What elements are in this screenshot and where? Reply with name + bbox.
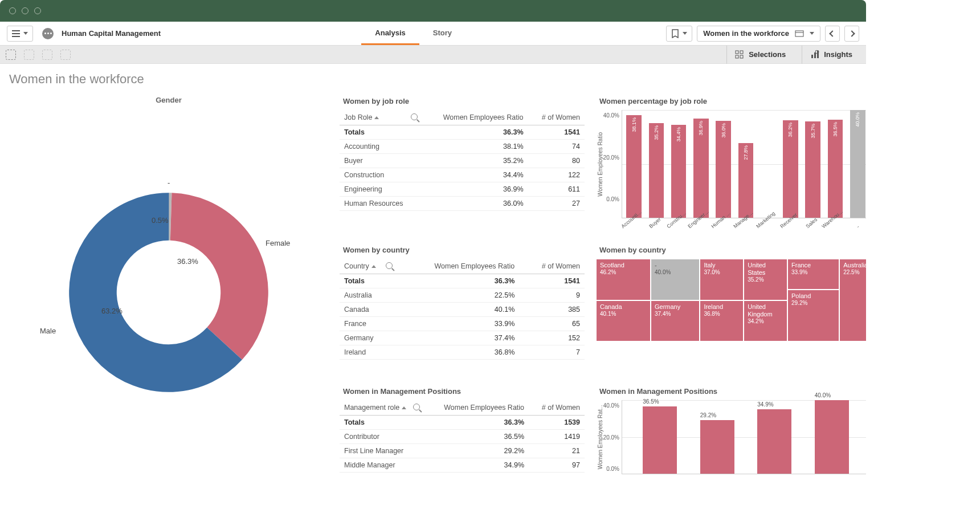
window-min-dot[interactable] — [22, 7, 28, 14]
search-icon[interactable] — [386, 262, 393, 269]
search-icon[interactable] — [411, 113, 418, 120]
table-totals-row: Totals36.3%1539 — [340, 416, 585, 430]
bar[interactable]: 36.2% Receiver — [781, 110, 800, 218]
sort-asc-icon — [374, 116, 379, 119]
panel-title: Women by country — [596, 245, 866, 259]
treemap-cell[interactable]: Canada40.1% — [596, 300, 651, 342]
treemap-cell[interactable]: United Kingdom34.2% — [744, 300, 787, 342]
table-row[interactable]: Construction34.4%122 — [340, 168, 585, 182]
selections-label: Selections — [749, 50, 786, 59]
svg-rect-5 — [740, 55, 743, 58]
bookmarks-button[interactable] — [666, 26, 692, 42]
women-by-country-treemap-panel[interactable]: Women by country Scotland46.2%-40.0%Ital… — [596, 245, 866, 382]
tab-analysis[interactable]: Analysis — [361, 22, 419, 45]
app-top-bar: Human Capital Management Analysis Story … — [0, 22, 866, 46]
col-country[interactable]: Country — [340, 259, 396, 274]
window-close-dot[interactable] — [9, 7, 16, 14]
col-job-role[interactable]: Job Role — [340, 110, 421, 125]
table-row[interactable]: Australia22.5%9 — [340, 288, 585, 303]
window-chrome — [0, 0, 866, 22]
table-row[interactable]: Middle Manager34.9%97 — [340, 458, 585, 473]
bar[interactable]: 36.5% — [638, 400, 682, 474]
panel-title: Women percentage by job role — [596, 96, 866, 110]
women-by-job-role-table: Job Role Women Employees Ratio # of Wome… — [340, 110, 585, 211]
panel-title: Women in Management Positions — [340, 386, 585, 400]
treemap-cell[interactable]: Scotland46.2% — [596, 259, 651, 300]
col-ratio[interactable]: Women Employees Ratio — [421, 110, 528, 125]
col-mgmt-role[interactable]: Management role — [340, 400, 423, 416]
caret-down-icon — [683, 32, 687, 35]
donut-svg — [60, 184, 277, 401]
bar[interactable]: 36.9% Engineer… — [692, 110, 710, 218]
sheet-name: Women in the workforce — [703, 29, 789, 38]
bar[interactable]: 0.0% Marketing — [759, 110, 778, 218]
insights-icon — [810, 50, 819, 59]
col-count[interactable]: # of Women — [519, 259, 585, 274]
bar[interactable]: 27.8% Manage… — [736, 110, 755, 218]
smart-search-icon[interactable] — [6, 50, 16, 60]
step-back-icon[interactable] — [24, 50, 34, 60]
col-ratio[interactable]: Women Employees Ratio — [423, 400, 529, 416]
table-totals-row: Totals36.3%1541 — [340, 125, 585, 140]
selections-tool-button[interactable]: Selections — [726, 46, 794, 64]
y-axis-label: Women Employees Rat... — [596, 405, 605, 469]
bar[interactable]: 36.0% Human … — [714, 110, 733, 218]
women-by-country-table-panel[interactable]: Women by country Country Women Employees… — [340, 245, 585, 382]
women-mgmt-table: Management role Women Employees Ratio # … — [340, 400, 585, 473]
table-row[interactable]: Germany37.4%152 — [340, 331, 585, 345]
col-count[interactable]: # of Women — [529, 400, 585, 416]
bar[interactable]: 34.9% — [753, 400, 797, 474]
table-row[interactable]: Human Resources36.0%27 — [340, 197, 585, 211]
pct-by-job-role-chart-panel[interactable]: Women percentage by job role Women Emplo… — [596, 96, 866, 241]
treemap-cell[interactable]: France33.9% — [787, 259, 839, 290]
bar[interactable]: 35.2% Buyer — [647, 110, 665, 218]
bar[interactable]: 40.0% - — [848, 110, 866, 218]
next-sheet-button[interactable] — [844, 26, 859, 42]
global-nav-button[interactable] — [7, 26, 33, 42]
treemap-cell[interactable]: Italy37.0% — [700, 259, 744, 300]
treemap-cell[interactable]: Germany37.4% — [651, 300, 700, 342]
table-row[interactable]: Buyer35.2%80 — [340, 154, 585, 168]
bar[interactable]: 35.7% Sales — [803, 110, 822, 218]
table-row[interactable]: Contributor36.5%1419 — [340, 430, 585, 444]
pct-by-job-role-chart: Women Employees Ratio 40.0% 20.0% 0.0% 3… — [596, 110, 866, 218]
table-row[interactable]: France33.9%65 — [340, 317, 585, 331]
women-by-job-role-table-panel[interactable]: Women by job role Job Role Women Employe… — [340, 96, 585, 241]
search-icon[interactable] — [413, 404, 420, 410]
tab-story[interactable]: Story — [419, 22, 466, 45]
col-count[interactable]: # of Women — [528, 110, 585, 125]
table-row[interactable]: Ireland36.8%7 — [340, 345, 585, 360]
donut-pct-other: 0.5% — [152, 216, 169, 225]
page-title: Women in the workforce — [9, 72, 857, 87]
women-mgmt-table-panel[interactable]: Women in Management Positions Management… — [340, 386, 585, 497]
country-treemap: Scotland46.2%-40.0%Italy37.0%United Stat… — [596, 259, 866, 341]
clear-all-icon[interactable] — [60, 50, 71, 60]
prev-sheet-button[interactable] — [825, 26, 840, 42]
col-ratio[interactable]: Women Employees Ratio — [396, 259, 519, 274]
bar[interactable]: 36.5% Warehou… — [826, 110, 844, 218]
sheet-selector[interactable]: Women in the workforce — [697, 26, 820, 42]
gender-donut-panel[interactable]: Gender 0.5% 36.3% 63.2% Male Female - — [9, 96, 328, 497]
step-forward-icon[interactable] — [42, 50, 52, 60]
treemap-cell[interactable]: Australia22.5% — [839, 259, 866, 341]
table-row[interactable]: Engineering36.9%611 — [340, 182, 585, 197]
bookmark-icon — [671, 29, 679, 38]
table-row[interactable]: Accounting38.1%74 — [340, 140, 585, 154]
treemap-cell[interactable]: -40.0% — [651, 259, 700, 300]
bar[interactable]: 34.4% Constru… — [669, 110, 688, 218]
bar[interactable]: 38.1% Accounti… — [624, 110, 643, 218]
sort-asc-icon — [402, 406, 406, 409]
treemap-cell[interactable]: Ireland36.8% — [700, 300, 744, 342]
bar[interactable]: 29.2% — [696, 400, 740, 474]
treemap-cell[interactable]: United States35.2% — [744, 259, 787, 300]
insights-button[interactable]: Insights — [802, 46, 860, 64]
bar[interactable]: 40.0% — [810, 400, 854, 474]
treemap-cell[interactable]: Poland29.2% — [787, 290, 839, 341]
window-max-dot[interactable] — [34, 7, 41, 14]
donut-label-female: Female — [266, 239, 290, 247]
women-mgmt-chart-panel[interactable]: Women in Management Positions Women Empl… — [596, 386, 866, 497]
table-row[interactable]: First Line Manager29.2%21 — [340, 444, 585, 458]
table-row[interactable]: Canada40.1%385 — [340, 303, 585, 317]
app-title: Human Capital Management — [62, 29, 161, 38]
svg-rect-6 — [811, 55, 813, 58]
